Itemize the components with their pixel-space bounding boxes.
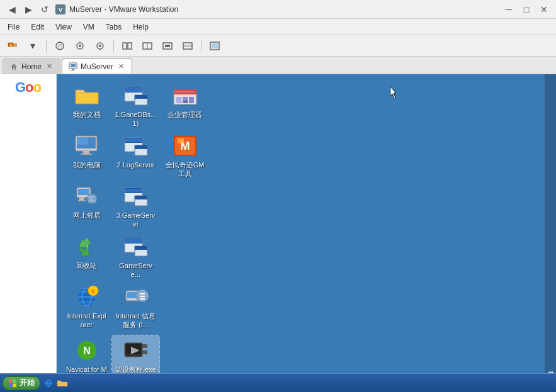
toolbar-sep-3 (201, 40, 201, 52)
desktop-icon-mydocs[interactable]: 我的文档 (63, 81, 110, 121)
svg-rect-26 (72, 69, 74, 70)
menu-edit[interactable]: Edit (26, 21, 49, 33)
recycle-icon (74, 234, 99, 259)
desktop-icon-iis[interactable]: Internet 信息服务 (I... (112, 282, 159, 332)
tab-bar: Home ✕ MuServer ✕ (0, 57, 556, 74)
muwang-label: 全民奇迹GM工具 (164, 160, 206, 179)
toolbar-view3[interactable] (159, 38, 176, 54)
svg-rect-23 (212, 43, 218, 48)
close-button[interactable]: ✕ (537, 3, 551, 16)
svg-rect-92 (142, 344, 147, 348)
svg-rect-5 (13, 45, 17, 47)
desktop-icon-gameserverdot[interactable]: GameServe... (112, 232, 159, 282)
minimize-button[interactable]: ─ (502, 3, 516, 16)
toolbar-dropdown[interactable]: ▾ (24, 38, 42, 54)
svg-rect-35 (175, 91, 195, 93)
toolbar-snapshot[interactable] (71, 38, 89, 54)
tab-muserver[interactable]: MuServer ✕ (62, 59, 132, 74)
recycle-label: 回收站 (76, 261, 97, 270)
view4-icon (182, 40, 193, 52)
svg-rect-85 (140, 296, 145, 297)
gamedb1-label: 1.GaneDBs...1) (115, 110, 157, 128)
desktop-icon-network[interactable]: 网上邻居 (63, 181, 110, 222)
network-icon (74, 184, 99, 209)
svg-rect-73 (135, 246, 147, 250)
toolbar-snapshot2[interactable] (91, 38, 109, 54)
google-logo: Goo (15, 79, 41, 96)
svg-rect-97 (13, 383, 17, 387)
mydocs-icon (74, 83, 99, 108)
menu-help[interactable]: Help (128, 21, 154, 33)
usb-icon: ⏱ (54, 40, 65, 52)
desktop-icon-logserver[interactable]: 2.LogServer (112, 131, 159, 172)
menu-view[interactable]: View (50, 21, 77, 33)
maximize-button[interactable]: □ (519, 3, 533, 16)
desktop-icon-gamedb1[interactable]: 1.GaneDBs...1) (112, 81, 159, 131)
svg-rect-44 (81, 154, 92, 155)
taskbar-folder-icon[interactable] (57, 378, 68, 389)
desktop-icon-enterprise[interactable]: DB 企业管理器 (161, 81, 208, 121)
tab-muserver-close[interactable]: ✕ (116, 62, 125, 71)
desktop-icon-gameserver3[interactable]: 3.GameServer (112, 181, 159, 232)
iis-icon (123, 284, 149, 310)
taskbar-ie-icon[interactable] (43, 378, 54, 389)
toolbar: ▾ ⏱ (0, 35, 556, 57)
desktop-icon-ie[interactable]: e Internet Explorer (63, 282, 110, 332)
gameserverdot-label: GameServe... (115, 261, 157, 279)
svg-rect-66 (125, 189, 142, 193)
svg-text:⏱: ⏱ (57, 43, 63, 50)
mouse-cursor (390, 87, 398, 98)
toolbar-view4[interactable] (179, 38, 196, 54)
windows-logo-icon (8, 379, 17, 388)
svg-rect-58 (79, 198, 84, 200)
folder-taskbar-icon (57, 378, 68, 389)
desktop-icon-navicat[interactable]: N Navicat for MySQL (63, 335, 110, 373)
svg-rect-39 (176, 97, 181, 103)
toolbar-view1[interactable] (118, 38, 136, 54)
fullscreen-icon (209, 40, 220, 52)
toolbar-view2[interactable] (139, 38, 156, 54)
back-button[interactable]: ◀ (5, 3, 19, 16)
menu-tabs[interactable]: Tabs (101, 21, 127, 33)
reload-button[interactable]: ↺ (38, 3, 52, 16)
vm-tab-icon (69, 62, 77, 71)
start-button[interactable]: 开始 (3, 376, 40, 390)
svg-rect-30 (125, 88, 142, 92)
menu-bar: File Edit View VM Tabs Help (0, 19, 556, 35)
svg-text:DB: DB (182, 100, 187, 104)
svg-rect-25 (71, 64, 76, 67)
svg-rect-32 (135, 95, 147, 99)
logserver-icon (123, 133, 149, 159)
svg-text:N: N (83, 345, 91, 356)
toolbar-fullscreen[interactable] (206, 38, 224, 54)
home-tab-icon (9, 62, 18, 71)
svg-rect-57 (78, 189, 89, 195)
forward-button[interactable]: ▶ (21, 3, 35, 16)
ie-taskbar-icon (43, 378, 54, 389)
tab-home-close[interactable]: ✕ (45, 62, 54, 71)
toolbar-power-on[interactable] (4, 38, 21, 54)
svg-rect-68 (135, 196, 147, 199)
desktop-icon-mycomputer[interactable]: 我的电脑 (63, 131, 110, 172)
start-label: 开始 (20, 378, 35, 388)
gameserverdot-icon (123, 234, 149, 259)
svg-rect-27 (71, 70, 76, 70)
svg-rect-71 (125, 239, 142, 243)
desktop-icon-recycle[interactable]: 回收站 (63, 232, 110, 272)
menu-file[interactable]: File (3, 21, 25, 33)
right-panel: 您设置了虚拟机 (545, 74, 556, 373)
svg-text:e: e (91, 288, 95, 294)
desktop-icon-tutorial[interactable]: 架设教程.exe (112, 335, 159, 373)
tab-home[interactable]: Home ✕ (3, 59, 60, 74)
network-label: 网上邻居 (73, 211, 101, 220)
toolbar-sep-1 (46, 40, 47, 52)
vm-desktop[interactable]: 我的文档 1.GaneDBs...1) DB 企业管理器 (57, 74, 556, 373)
desktop-icon-muwang[interactable]: M 全民奇迹GM工具 (161, 131, 208, 181)
ie-label: Internet Explorer (65, 311, 108, 330)
logserver-label: 2.LogServer (117, 160, 155, 169)
taskbar: 开始 (0, 373, 556, 392)
menu-vm[interactable]: VM (78, 21, 99, 33)
svg-rect-96 (9, 383, 13, 387)
toolbar-usb[interactable]: ⏱ (51, 38, 69, 54)
mydocs-label: 我的文档 (73, 110, 101, 119)
